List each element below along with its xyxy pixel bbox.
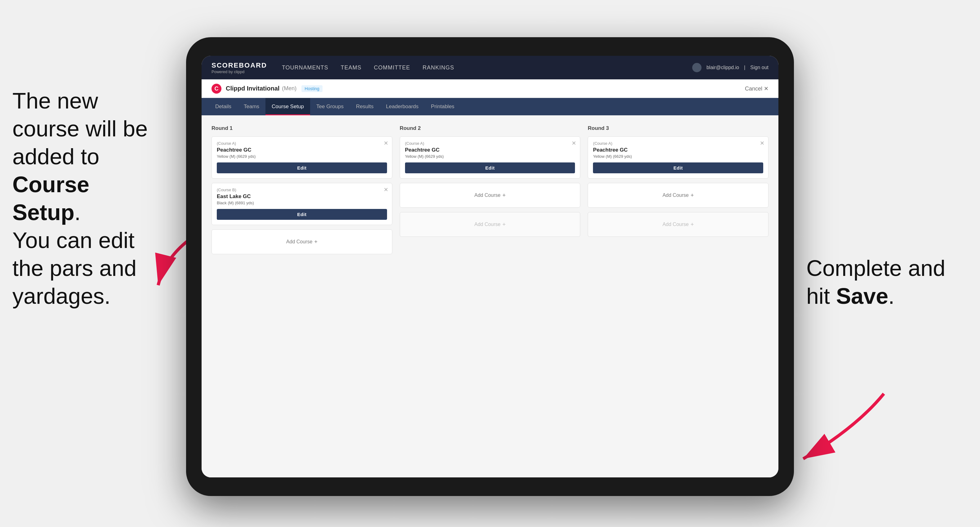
tab-details[interactable]: Details <box>209 98 237 115</box>
right-arrow <box>794 390 887 465</box>
hosting-badge: Hosting <box>301 85 322 92</box>
annotation-line2: course will be <box>13 116 148 141</box>
round1-course-b-card: ✕ (Course B) East Lake GC Black (M) (689… <box>212 183 392 225</box>
annotation-line6: the pars and <box>13 256 137 281</box>
round3-add-plus-icon: + <box>690 192 694 199</box>
round1-course-a-edit-button[interactable]: Edit <box>217 162 387 173</box>
round2-add-course-disabled: Add Course + <box>400 212 581 237</box>
nav-committee[interactable]: COMMITTEE <box>374 63 410 72</box>
round2-course-a-edit-button[interactable]: Edit <box>405 162 575 173</box>
round2-add-course-button[interactable]: Add Course + <box>400 183 581 208</box>
save-bold: Save <box>836 284 888 308</box>
round1-course-b-tag: (Course B) <box>217 187 387 192</box>
round1-add-course-button[interactable]: Add Course + <box>212 229 392 254</box>
content-area: Round 1 ✕ (Course A) Peachtree GC Yellow… <box>202 115 778 478</box>
round3-add-course-button[interactable]: Add Course + <box>588 183 768 208</box>
top-nav: SCOREBOARD Powered by clippd TOURNAMENTS… <box>202 56 778 79</box>
annotation-line1: The new <box>13 88 98 113</box>
tournament-name: Clippd Invitational <box>226 85 279 92</box>
tablet-screen: SCOREBOARD Powered by clippd TOURNAMENTS… <box>202 56 778 478</box>
logo-area: SCOREBOARD Powered by clippd <box>212 61 267 74</box>
avatar <box>692 63 702 72</box>
round2-course-a-name: Peachtree GC <box>405 147 575 153</box>
cancel-button[interactable]: Cancel ✕ <box>745 85 768 92</box>
left-annotation: The new course will be added to Course S… <box>13 87 161 310</box>
round1-add-plus-icon: + <box>314 239 318 245</box>
round2-course-a-delete[interactable]: ✕ <box>571 140 576 147</box>
tournament-bar: C Clippd Invitational (Men) Hosting Canc… <box>202 79 778 98</box>
separator: | <box>744 65 745 70</box>
round3-course-a-tee: Yellow (M) (6629 yds) <box>593 154 763 159</box>
sign-out-link[interactable]: Sign out <box>750 65 768 70</box>
nav-tournaments[interactable]: TOURNAMENTS <box>282 63 328 72</box>
round1-course-b-tee: Black (M) (6891 yds) <box>217 200 387 205</box>
round1-course-a-delete[interactable]: ✕ <box>383 140 388 147</box>
annotation-line3: added to <box>13 144 99 169</box>
round-3-label: Round 3 <box>588 125 768 132</box>
tab-printables[interactable]: Printables <box>425 98 461 115</box>
tab-leaderboards[interactable]: Leaderboards <box>380 98 425 115</box>
round1-course-b-edit-button[interactable]: Edit <box>217 209 387 220</box>
tourney-logo: C <box>212 84 221 94</box>
round1-course-a-card: ✕ (Course A) Peachtree GC Yellow (M) (66… <box>212 137 392 179</box>
nav-right: blair@clippd.io | Sign out <box>692 63 768 72</box>
round2-course-a-card: ✕ (Course A) Peachtree GC Yellow (M) (66… <box>400 137 581 179</box>
round-1-label: Round 1 <box>212 125 392 132</box>
round2-add-plus-icon: + <box>503 192 506 199</box>
round2-course-a-tag: (Course A) <box>405 141 575 146</box>
round-2-column: Round 2 ✕ (Course A) Peachtree GC Yellow… <box>400 125 581 259</box>
tab-course-setup[interactable]: Course Setup <box>266 98 310 115</box>
round1-course-b-name: East Lake GC <box>217 194 387 200</box>
user-email: blair@clippd.io <box>706 65 739 70</box>
right-annotation: Complete and hit Save. <box>806 254 955 310</box>
round3-course-a-card: ✕ (Course A) Peachtree GC Yellow (M) (66… <box>588 137 768 179</box>
tournament-division: (Men) <box>282 85 296 92</box>
round3-course-a-delete[interactable]: ✕ <box>760 140 764 147</box>
tab-bar: Details Teams Course Setup Tee Groups Re… <box>202 98 778 115</box>
nav-rankings[interactable]: RANKINGS <box>423 63 454 72</box>
round-1-column: Round 1 ✕ (Course A) Peachtree GC Yellow… <box>212 125 392 259</box>
tablet-device: SCOREBOARD Powered by clippd TOURNAMENTS… <box>186 37 794 496</box>
round-2-label: Round 2 <box>400 125 581 132</box>
round3-course-a-edit-button[interactable]: Edit <box>593 162 763 173</box>
scoreboard-logo: SCOREBOARD <box>212 61 267 70</box>
round2-add-plus-disabled-icon: + <box>503 221 506 228</box>
round1-course-a-tee: Yellow (M) (6629 yds) <box>217 154 387 159</box>
tab-results[interactable]: Results <box>350 98 380 115</box>
round3-course-a-name: Peachtree GC <box>593 147 763 153</box>
tab-teams[interactable]: Teams <box>237 98 266 115</box>
round2-course-a-tee: Yellow (M) (6629 yds) <box>405 154 575 159</box>
logo-sub: Powered by clippd <box>212 70 267 74</box>
round3-add-plus-disabled-icon: + <box>690 221 694 228</box>
right-annotation-line1: Complete and <box>806 256 945 281</box>
round1-course-a-tag: (Course A) <box>217 141 387 146</box>
round3-add-course-disabled: Add Course + <box>588 212 768 237</box>
annotation-line5: You can edit <box>13 228 135 252</box>
round1-course-b-delete[interactable]: ✕ <box>383 186 388 193</box>
annotation-line7: yardages. <box>13 284 110 308</box>
tab-tee-groups[interactable]: Tee Groups <box>310 98 350 115</box>
round3-course-a-tag: (Course A) <box>593 141 763 146</box>
rounds-grid: Round 1 ✕ (Course A) Peachtree GC Yellow… <box>212 125 768 259</box>
nav-links: TOURNAMENTS TEAMS COMMITTEE RANKINGS <box>282 63 692 72</box>
round-3-column: Round 3 ✕ (Course A) Peachtree GC Yellow… <box>588 125 768 259</box>
nav-teams[interactable]: TEAMS <box>341 63 362 72</box>
round1-course-a-name: Peachtree GC <box>217 147 387 153</box>
